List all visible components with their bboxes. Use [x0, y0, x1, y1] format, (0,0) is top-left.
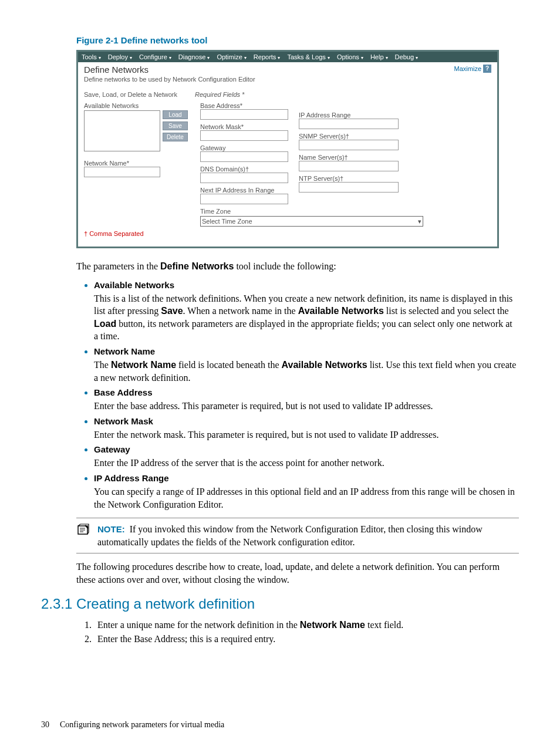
help-icon[interactable]: ? [483, 65, 491, 73]
param-head: Available Networks [94, 280, 519, 290]
ntp-label: NTP Server(s)† [299, 175, 399, 182]
section-heading: 2.3.1 Creating a network definition [41, 596, 519, 612]
param-head: IP Address Range [94, 473, 519, 483]
param-body: Enter the base address. This parameter i… [94, 400, 517, 413]
page-number: 30 [41, 720, 49, 729]
save-load-label: Save, Load, or Delete a Network [84, 91, 177, 98]
menu-debug[interactable]: Debug ▾ [395, 53, 418, 60]
note-text: If you invoked this window from the Netw… [97, 524, 483, 547]
comma-separated-footnote: † Comma Separated [84, 230, 491, 237]
define-networks-screenshot: Tools ▾ Deploy ▾ Configure ▾ Diagnose ▾ … [76, 50, 499, 248]
base-address-label: Base Address* [200, 102, 288, 109]
dns-domain-field[interactable] [200, 173, 288, 183]
param-body: Enter the IP address of the server that … [94, 457, 517, 470]
gateway-label: Gateway [200, 144, 288, 151]
note-box: NOTE: If you invoked this window from th… [76, 518, 519, 553]
menu-configure[interactable]: Configure ▾ [139, 53, 171, 60]
ip-range-label: IP Address Range [299, 112, 399, 119]
list-item: Enter the Base Address; this is a requir… [94, 632, 519, 646]
steps-list: Enter a unique name for the network defi… [76, 618, 519, 646]
dns-domain-label: DNS Domain(s)† [200, 166, 288, 173]
list-item: IP Address RangeYou can specify a range … [94, 473, 519, 511]
time-zone-select[interactable]: Select Time Zone ▾ [200, 216, 423, 227]
note-label: NOTE: [97, 524, 125, 534]
available-networks-label: Available Networks [84, 102, 190, 109]
maximize-link[interactable]: Maximize ? [454, 65, 491, 73]
menubar: Tools ▾ Deploy ▾ Configure ▾ Diagnose ▾ … [78, 52, 497, 62]
window-title: Define Networks [84, 65, 149, 75]
param-body: You can specify a range of IP addresses … [94, 485, 517, 511]
figure-caption: Figure 2-1 Define networks tool [76, 35, 519, 45]
snmp-label: SNMP Server(s)† [299, 133, 399, 140]
parameter-list: Available NetworksThis is a list of the … [76, 280, 519, 511]
param-body: The Network Name field is located beneat… [94, 359, 517, 384]
menu-help[interactable]: Help ▾ [370, 53, 388, 60]
time-zone-label: Time Zone [200, 208, 288, 215]
next-ip-label: Next IP Address In Range [200, 187, 288, 194]
window-subtitle: Define networks to be used by Network Co… [78, 76, 497, 86]
param-head: Base Address [94, 387, 519, 397]
list-item: Enter a unique name for the network defi… [94, 618, 519, 632]
network-mask-field[interactable] [200, 130, 288, 141]
list-item: Network NameThe Network Name field is lo… [94, 346, 519, 384]
intro-paragraph: The parameters in the Define Networks to… [76, 260, 519, 273]
menu-options[interactable]: Options ▾ [337, 53, 363, 60]
chevron-down-icon: ▾ [418, 218, 421, 225]
delete-button[interactable]: Delete [163, 133, 188, 141]
list-item: Base AddressEnter the base address. This… [94, 387, 519, 413]
ntp-field[interactable] [299, 182, 399, 193]
network-name-field[interactable] [84, 167, 160, 177]
list-item: Network MaskEnter the network mask. This… [94, 416, 519, 441]
next-ip-field[interactable] [200, 194, 288, 204]
menu-tools[interactable]: Tools ▾ [82, 53, 101, 60]
available-networks-listbox[interactable] [84, 110, 160, 151]
snmp-field[interactable] [299, 140, 399, 150]
name-server-field[interactable] [299, 161, 399, 171]
menu-deploy[interactable]: Deploy ▾ [108, 53, 132, 60]
gateway-field[interactable] [200, 151, 288, 162]
save-button[interactable]: Save [163, 121, 188, 130]
param-head: Gateway [94, 444, 519, 454]
after-note-paragraph: The following procedures describe how to… [76, 561, 519, 586]
menu-tasks-logs[interactable]: Tasks & Logs ▾ [287, 53, 329, 60]
base-address-field[interactable] [200, 109, 288, 120]
param-head: Network Mask [94, 416, 519, 426]
menu-optimize[interactable]: Optimize ▾ [217, 53, 246, 60]
list-item: GatewayEnter the IP address of the serve… [94, 444, 519, 470]
param-body: Enter the network mask. This parameter i… [94, 428, 517, 441]
menu-reports[interactable]: Reports ▾ [254, 53, 281, 60]
note-icon [76, 523, 90, 548]
page-footer: 30Configuring network parameters for vir… [41, 720, 224, 730]
ip-range-field[interactable] [299, 119, 399, 129]
network-name-label: Network Name* [84, 160, 190, 167]
name-server-label: Name Server(s)† [299, 154, 399, 161]
network-mask-label: Network Mask* [200, 123, 288, 130]
menu-diagnose[interactable]: Diagnose ▾ [178, 53, 210, 60]
required-fields-label: Required Fields * [195, 91, 244, 98]
param-head: Network Name [94, 346, 519, 356]
load-button[interactable]: Load [163, 110, 188, 119]
list-item: Available NetworksThis is a list of the … [94, 280, 519, 343]
param-body: This is a list of the network definition… [94, 292, 517, 343]
footer-text: Configuring network parameters for virtu… [60, 720, 224, 729]
